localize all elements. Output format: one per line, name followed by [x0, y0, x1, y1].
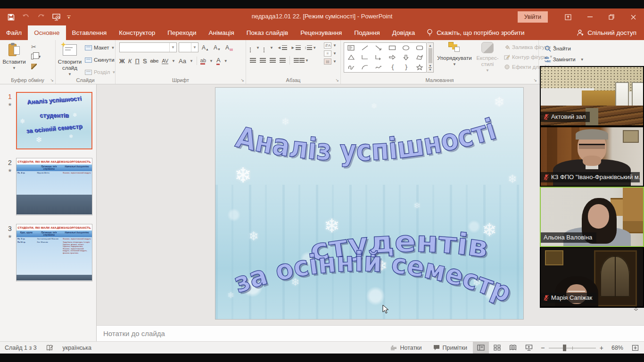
zoom-slider-thumb[interactable] — [563, 345, 566, 351]
tab-transitions[interactable]: Переходи — [161, 25, 202, 40]
participant-video-1[interactable]: Актовий зал — [540, 66, 644, 126]
layout-button[interactable]: Макет▼ — [85, 42, 116, 53]
tab-view[interactable]: Подання — [348, 25, 386, 40]
shrink-font-button[interactable]: А▼ — [212, 44, 222, 51]
slide-thumbnail-1[interactable]: 1 ★ ❄ ❄ ❄ ❄ Аналіз успішності студентів … — [4, 92, 96, 149]
text-direction-button[interactable]: ⇵A▼ — [324, 42, 337, 49]
save-icon[interactable] — [7, 13, 15, 21]
tab-home[interactable]: Основне — [28, 25, 66, 40]
section-button[interactable]: Розділ▼ — [85, 67, 116, 77]
clipboard-dialog-launcher[interactable]: ↘ — [50, 78, 54, 82]
letterbox-bottom — [0, 354, 644, 362]
columns-button[interactable]: ▼ — [294, 58, 309, 63]
participant-video-3-active-speaker[interactable]: Альона Валовіна — [540, 187, 644, 247]
font-name-combobox[interactable]: ▼ — [119, 42, 177, 52]
drawing-dialog-launcher[interactable]: ↘ — [533, 78, 537, 82]
font-dialog-launcher[interactable]: ↘ — [240, 78, 244, 82]
slideshow-view-button[interactable] — [521, 342, 537, 354]
quick-styles-button[interactable]: Експрес-стилі ▼ — [473, 42, 502, 74]
slide-thumbnail-3[interactable]: 3 ★ СТУДЕНТИ, ЯКІ МАЛИ АКАДЕМЗАБОРГОВАНІ… — [4, 224, 96, 281]
tab-animations[interactable]: Анімація — [202, 25, 240, 40]
comments-toggle-button[interactable]: Примітки — [428, 342, 473, 354]
tab-review[interactable]: Рецензування — [294, 25, 348, 40]
spellcheck-icon — [46, 345, 53, 351]
tab-slideshow[interactable]: Показ слайдів — [240, 25, 294, 40]
language-indicator[interactable]: українська — [58, 345, 96, 351]
fit-slide-to-window-button[interactable] — [627, 342, 643, 354]
character-spacing-button[interactable]: AV — [162, 58, 168, 64]
clear-formatting-button[interactable]: А — [224, 44, 234, 51]
tab-help[interactable]: Довідка — [386, 25, 421, 40]
customize-qat-icon[interactable]: ▼ — [67, 16, 71, 19]
paragraph-dialog-launcher[interactable]: ↘ — [335, 78, 339, 82]
magnifier-icon — [545, 45, 551, 52]
new-slide-button[interactable]: Створити слайд ▼ — [57, 42, 83, 77]
justify-button[interactable] — [280, 58, 286, 63]
convert-smartart-button[interactable]: ▤▼ — [324, 58, 337, 65]
notes-toggle-button[interactable]: Нотатки — [385, 342, 427, 354]
zoom-out-button[interactable]: − — [541, 344, 545, 352]
slides-group-label: Слайди — [56, 77, 115, 83]
tell-me-box[interactable]: Скажіть, що потрібно зробити — [421, 25, 530, 40]
align-left-button[interactable] — [250, 58, 256, 63]
undo-icon[interactable] — [22, 13, 30, 21]
close-button[interactable] — [622, 8, 644, 25]
tab-file[interactable]: Файл — [0, 25, 28, 40]
font-color-button[interactable]: А — [216, 57, 221, 65]
ribbon-display-options-icon[interactable] — [557, 8, 579, 25]
increase-indent-button[interactable]: ► — [291, 45, 301, 50]
signin-button[interactable]: Увійти — [518, 11, 548, 23]
reading-view-button[interactable] — [505, 342, 521, 354]
italic-button[interactable]: К — [128, 58, 132, 65]
tab-design[interactable]: Конструктор — [113, 25, 161, 40]
find-button[interactable]: Знайти — [545, 44, 644, 53]
highlight-color-button[interactable]: ab — [200, 58, 206, 65]
restore-button[interactable] — [601, 8, 622, 25]
font-group-label: Шрифт — [116, 77, 246, 83]
align-text-button[interactable]: ≡▼ — [324, 50, 337, 57]
shapes-gallery[interactable]: { } — [344, 42, 427, 73]
zoom-level[interactable]: 68% — [607, 345, 623, 351]
copy-button[interactable]: ▼ — [31, 53, 41, 60]
shapes-gallery-scrollbar[interactable]: ▲▼▼ — [427, 42, 434, 73]
participant-video-4[interactable]: Марія Сапіжак — [540, 247, 644, 307]
quick-styles-icon — [481, 42, 494, 53]
arrange-button[interactable]: Упорядкувати ▼ — [437, 42, 472, 67]
status-bar: Слайд 1 з 3 українська Нотатки Примітки — [0, 341, 644, 354]
participant-video-2[interactable]: КЗ ФПО "Івано-Франківський м... — [540, 126, 644, 187]
grow-font-button[interactable]: А▲ — [200, 44, 210, 51]
zoom-slider[interactable] — [549, 344, 596, 352]
minimize-button[interactable] — [579, 8, 601, 25]
spellcheck-button[interactable] — [41, 345, 58, 351]
underline-button[interactable]: П — [135, 58, 139, 65]
line-spacing-button[interactable]: ↕▼ — [305, 45, 316, 50]
format-painter-button[interactable] — [31, 63, 41, 70]
cut-button[interactable]: ✂ — [31, 43, 41, 50]
paste-button[interactable]: Вставити ▼ — [1, 42, 27, 71]
replace-button[interactable]: ab⤷ac Замінити ▼ — [545, 55, 644, 64]
share-button[interactable]: Спільний доступ — [569, 25, 644, 40]
slide-title-wordart[interactable]: Аналіз успішності студентів за осінній с… — [215, 88, 523, 319]
text-shadow-button[interactable]: S — [143, 58, 147, 65]
start-from-beginning-icon[interactable] — [52, 13, 60, 21]
normal-view-button[interactable] — [473, 342, 489, 354]
change-case-button[interactable]: Aa — [179, 58, 186, 65]
reset-button[interactable]: Скинути — [85, 55, 116, 65]
zoom-in-button[interactable]: + — [600, 344, 603, 352]
mouse-cursor — [382, 304, 389, 314]
strikethrough-button[interactable]: abc — [150, 58, 158, 64]
font-size-combobox[interactable]: ▼ — [179, 42, 198, 52]
notes-pane[interactable]: Нотатки до слайда — [97, 325, 644, 341]
current-slide-canvas[interactable]: ❄ ❄ ❄ ❄ ❄ ❄ ❄ ❄ ❄ ❄ ❄ ❄ ❄ ❄ — [215, 88, 523, 319]
bold-button[interactable]: Ж — [119, 58, 125, 65]
decrease-indent-button[interactable]: ◄ — [277, 45, 287, 50]
scribble-shape-icon — [344, 62, 358, 72]
align-center-button[interactable] — [260, 58, 266, 63]
slide-thumbnail-2[interactable]: 2 ★ СТУДЕНТИ, ЯКІ МАЛИ АКАДЕМЗАБОРГОВАНІ… — [4, 158, 96, 215]
align-right-button[interactable] — [270, 58, 276, 63]
tab-insert[interactable]: Вставлення — [66, 25, 113, 40]
slide-sorter-view-button[interactable] — [489, 342, 505, 354]
slide-indicator[interactable]: Слайд 1 з 3 — [0, 345, 41, 351]
right-arrow-shape-icon — [385, 53, 399, 63]
redo-icon[interactable] — [37, 13, 45, 21]
